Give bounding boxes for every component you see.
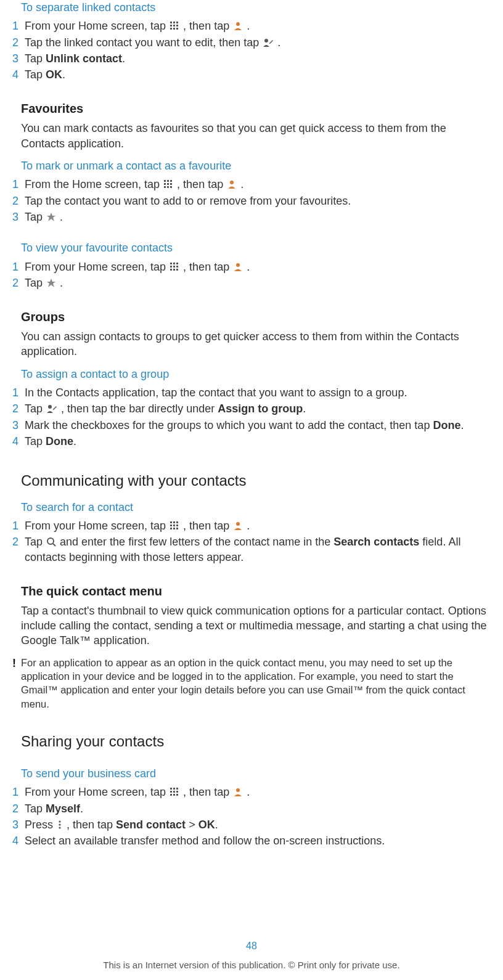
step-row: 1 From your Home screen, tap , then tap … [12, 18, 491, 35]
step-body: Press , then tap Send contact > OK. [25, 817, 491, 832]
bold-text: Assign to group [218, 402, 303, 415]
text: . [215, 819, 218, 831]
step-row: 2 Tap Myself. [12, 801, 491, 817]
text: From the Home screen, tap [25, 178, 163, 190]
bold-text: OK [198, 819, 215, 831]
text: , then tap [183, 261, 232, 273]
step-number: 1 [12, 785, 25, 799]
svg-rect-41 [173, 528, 175, 529]
task-title-assign-group: To assign a contact to a group [21, 367, 491, 382]
svg-point-43 [236, 522, 240, 526]
page-number: 48 [0, 939, 503, 953]
note-text: For an application to appear as an optio… [21, 656, 491, 711]
task-title-mark-favourite: To mark or unmark a contact as a favouri… [21, 158, 491, 173]
text: Tap [25, 536, 46, 548]
step-number: 2 [12, 534, 25, 565]
svg-rect-51 [176, 791, 178, 793]
step-row: 1 In the Contacts application, tap the c… [12, 385, 491, 401]
text: . [247, 20, 250, 32]
text: . [80, 802, 83, 815]
svg-rect-18 [167, 186, 169, 188]
step-number: 2 [12, 194, 25, 208]
svg-point-44 [47, 538, 54, 544]
svg-point-31 [236, 263, 240, 267]
step-body: From your Home screen, tap , then tap . [25, 518, 491, 533]
paragraph: You can mark contacts as favourites so t… [21, 121, 491, 151]
step-number: 2 [12, 276, 25, 290]
svg-rect-40 [170, 528, 172, 529]
exclamation-icon: ! [12, 656, 21, 711]
step-number: 3 [12, 817, 25, 832]
text: , then tap [177, 178, 226, 190]
text: Mark the checkboxes for the groups to wh… [25, 419, 433, 431]
step-body: Mark the checkboxes for the groups to wh… [25, 418, 491, 433]
svg-rect-29 [173, 269, 175, 271]
svg-point-58 [59, 827, 60, 828]
text: . [73, 435, 76, 447]
text: and enter the first few letters of the c… [60, 536, 333, 548]
text: Tap [25, 277, 46, 289]
text: , then tap [183, 786, 232, 798]
svg-point-33 [48, 405, 52, 409]
text: Tap [25, 52, 46, 65]
step-row: 2 Tap . [12, 276, 491, 292]
svg-rect-7 [173, 28, 175, 30]
step-row: 2 Tap the contact you want to add to or … [12, 194, 491, 210]
star-icon [46, 212, 56, 222]
svg-rect-30 [176, 269, 178, 271]
svg-rect-39 [176, 525, 178, 526]
svg-rect-34 [170, 521, 172, 523]
text: , then tap the bar directly under [61, 402, 218, 415]
step-body: Tap , then tap the bar directly under As… [25, 401, 491, 416]
bold-text: Done [46, 435, 73, 447]
step-row: 3 Tap . [12, 210, 491, 226]
svg-rect-47 [173, 788, 175, 790]
task-title-search-contact: To search for a contact [21, 500, 491, 515]
svg-rect-1 [173, 22, 175, 23]
text: Tap [25, 802, 46, 815]
steps-send-business-card: 1 From your Home screen, tap , then tap … [12, 785, 491, 849]
step-row: 1 From the Home screen, tap , then tap . [12, 177, 491, 193]
svg-rect-48 [176, 788, 178, 790]
step-number: 1 [12, 177, 25, 192]
step-number: 1 [12, 518, 25, 533]
svg-rect-23 [173, 263, 175, 264]
svg-rect-14 [164, 183, 166, 185]
step-number: 1 [12, 18, 25, 33]
step-number: 1 [12, 259, 25, 274]
text: Tap [25, 211, 46, 223]
task-title-separate: To separate linked contacts [21, 0, 491, 15]
svg-rect-6 [170, 28, 172, 30]
text: . [60, 211, 63, 223]
important-note: ! For an application to appear as an opt… [12, 656, 491, 711]
svg-rect-27 [176, 266, 178, 267]
bold-text: OK [46, 68, 62, 81]
text: . [62, 68, 65, 81]
svg-point-56 [59, 820, 60, 822]
paragraph: Tap a contact's thumbnail to view quick … [21, 603, 491, 648]
step-row: 1 From your Home screen, tap , then tap … [12, 518, 491, 534]
step-number: 4 [12, 833, 25, 848]
edit-contact-icon [263, 38, 274, 47]
svg-rect-53 [173, 794, 175, 796]
svg-rect-50 [173, 791, 175, 793]
svg-rect-42 [176, 528, 178, 529]
svg-rect-28 [170, 269, 172, 271]
svg-rect-35 [173, 521, 175, 523]
step-body: From your Home screen, tap , then tap . [25, 259, 491, 274]
svg-marker-21 [47, 213, 55, 221]
task-title-view-favourites: To view your favourite contacts [21, 240, 491, 255]
step-number: 2 [12, 35, 25, 50]
text: Tap [25, 68, 46, 81]
apps-grid-icon [170, 262, 179, 272]
contact-icon [233, 21, 243, 31]
svg-point-9 [236, 22, 240, 26]
text: Tap [25, 435, 46, 447]
step-number: 3 [12, 418, 25, 433]
step-number: 4 [12, 434, 25, 449]
edit-contact-icon [46, 404, 57, 414]
svg-marker-32 [47, 279, 55, 287]
svg-rect-2 [176, 22, 178, 23]
text: . [247, 786, 250, 798]
text: . [240, 178, 243, 190]
